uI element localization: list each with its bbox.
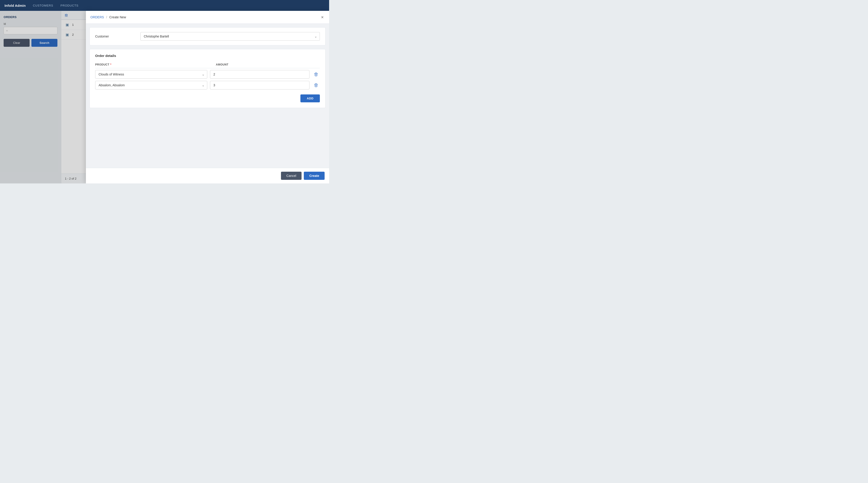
customer-section: Customer Christophe Bartell ⌄	[90, 27, 326, 45]
product-select-2[interactable]: Absalom, Absalom Clouds of Witness	[95, 81, 207, 90]
trash-icon-2	[314, 83, 318, 87]
top-nav: Infold Admin CUSTOMERS PRODUCTS	[0, 0, 329, 11]
breadcrumb-orders[interactable]: ORDERS	[90, 15, 104, 19]
create-button[interactable]: Create	[304, 172, 324, 180]
trash-icon-1	[314, 72, 318, 76]
breadcrumb: ORDERS / Create New	[90, 15, 126, 19]
customer-row: Customer Christophe Bartell ⌄	[90, 28, 325, 45]
modal-body: Customer Christophe Bartell ⌄ Order deta…	[86, 24, 329, 168]
delete-row-2-button[interactable]	[312, 82, 320, 88]
required-indicator: *	[110, 63, 112, 66]
add-row-button[interactable]: ADD	[301, 94, 320, 102]
col-product-header: PRODUCT *	[95, 63, 216, 66]
modal-close-button[interactable]: ×	[320, 14, 324, 20]
order-row-2: Absalom, Absalom Clouds of Witness ⌄	[95, 81, 320, 90]
customer-select[interactable]: Christophe Bartell	[141, 32, 320, 41]
product-select-wrapper-1: Clouds of Witness Absalom, Absalom ⌄	[95, 70, 207, 78]
order-row-1: Clouds of Witness Absalom, Absalom ⌄	[95, 70, 320, 78]
nav-customers[interactable]: CUSTOMERS	[33, 4, 53, 7]
breadcrumb-current: Create New	[110, 15, 126, 19]
order-details-inner: Order details PRODUCT * AMOUNT C	[90, 49, 325, 108]
modal-footer: Cancel Create	[86, 168, 329, 184]
customer-label: Customer	[95, 35, 141, 38]
modal-header: ORDERS / Create New ×	[86, 11, 329, 24]
order-details-section: Order details PRODUCT * AMOUNT C	[90, 49, 326, 108]
product-select-1[interactable]: Clouds of Witness Absalom, Absalom	[95, 70, 207, 78]
col-amount-header: AMOUNT	[216, 63, 320, 66]
add-btn-wrapper: ADD	[95, 92, 320, 103]
order-details-title: Order details	[95, 54, 320, 58]
breadcrumb-separator: /	[106, 15, 107, 19]
brand-logo: Infold Admin	[4, 4, 26, 7]
delete-row-1-button[interactable]	[312, 71, 320, 77]
modal-overlay: ORDERS / Create New × Customer Christoph…	[0, 11, 329, 184]
customer-select-wrapper: Christophe Bartell ⌄	[141, 32, 320, 41]
create-order-modal: ORDERS / Create New × Customer Christoph…	[86, 11, 329, 184]
cancel-button[interactable]: Cancel	[281, 172, 302, 180]
product-select-wrapper-2: Absalom, Absalom Clouds of Witness ⌄	[95, 81, 207, 90]
amount-input-2[interactable]	[210, 81, 309, 90]
order-table-header: PRODUCT * AMOUNT	[95, 61, 320, 68]
amount-input-1[interactable]	[210, 70, 309, 78]
nav-products[interactable]: PRODUCTS	[61, 4, 79, 7]
